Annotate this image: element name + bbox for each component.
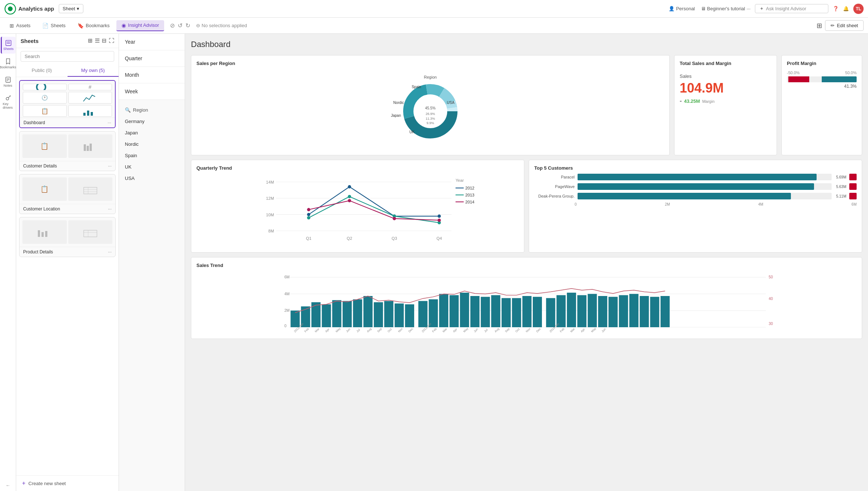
region-option-japan[interactable]: Japan	[119, 127, 185, 138]
svg-text:Nov: Nov	[525, 327, 531, 333]
main-content: Dashboard Sales per Region Region	[185, 34, 868, 491]
svg-text:Q2: Q2	[347, 236, 352, 241]
svg-rect-109	[502, 298, 511, 327]
region-option-nordic[interactable]: Nordic	[119, 138, 185, 150]
svg-rect-18	[84, 144, 86, 151]
table-row: PageWave 5.63M	[534, 183, 857, 190]
list-item[interactable]: Product Details ···	[19, 217, 116, 257]
sort-icon[interactable]: ⊟	[102, 37, 106, 44]
sheets-panel: Sheets ⊞ ☰ ⊟ ⛶ Public (0) My own (5)	[16, 34, 119, 491]
svg-text:Dec: Dec	[536, 327, 542, 333]
sheets-search-input[interactable]	[21, 51, 114, 62]
sheets-header-icons: ⊞ ☰ ⊟ ⛶	[88, 37, 114, 44]
svg-rect-115	[567, 293, 576, 327]
sheet-thumbnail: 📋	[22, 177, 67, 201]
sheet-card-footer: Product Details ···	[19, 247, 115, 257]
list-item[interactable]: 📋 Customer Location ···	[19, 174, 116, 214]
sidebar-item-key-drivers[interactable]: Key drivers	[1, 92, 15, 112]
sheet-thumbnail-4	[68, 92, 112, 104]
svg-rect-25	[38, 230, 40, 237]
svg-rect-124	[661, 296, 670, 327]
selections-status: ⊖ No selections applied	[196, 23, 247, 28]
filter-week[interactable]: Week	[119, 83, 185, 100]
sheet-thumbnail-6	[68, 105, 112, 117]
insight-search[interactable]: ✦ Ask Insight Advisor	[755, 4, 828, 13]
svg-text:Oct: Oct	[387, 328, 393, 333]
svg-rect-19	[87, 146, 89, 151]
list-item[interactable]: 📋 Customer Details ···	[19, 131, 116, 171]
filter-panel: Year Quarter Month Week 🔍 Region Germany…	[119, 34, 185, 491]
region-option-germany[interactable]: Germany	[119, 116, 185, 127]
svg-rect-15	[83, 113, 86, 116]
tab-public[interactable]: Public (0)	[16, 65, 68, 77]
svg-text:2M: 2M	[284, 308, 289, 313]
svg-rect-26	[41, 232, 44, 237]
svg-text:USA: USA	[447, 101, 455, 105]
grid-view-toggle[interactable]: ⊞	[88, 37, 93, 44]
forward-icon[interactable]: ↻	[185, 22, 190, 29]
sheet-more-button[interactable]: ···	[108, 206, 112, 212]
top-navigation: Analytics app Sheet ▾ 👤 Personal 🖥 Begin…	[0, 0, 868, 18]
avatar[interactable]: TL	[853, 4, 864, 14]
left-sidebar: Sheets Bookmarks Notes Key drivers ←	[0, 34, 16, 491]
list-view-toggle[interactable]: ☰	[95, 37, 100, 44]
tutorial-link[interactable]: 🖥 Beginner's tutorial ···	[701, 6, 751, 11]
svg-text:Feb: Feb	[431, 327, 437, 333]
tab-insight-advisor[interactable]: ◉ Insight Advisor	[116, 20, 164, 31]
tab-assets[interactable]: ⊞ Assets	[4, 21, 36, 31]
create-sheet-button[interactable]: + Create new sheet	[16, 475, 119, 491]
edit-sheet-button[interactable]: ✏ Edit sheet	[825, 20, 864, 31]
lasso-icon[interactable]: ⊘	[170, 22, 175, 29]
svg-rect-104	[449, 295, 459, 327]
sheet-more-button[interactable]: ···	[108, 249, 112, 254]
svg-rect-116	[577, 295, 586, 327]
svg-rect-101	[418, 301, 427, 327]
region-option-uk[interactable]: UK	[119, 161, 185, 173]
help-icon[interactable]: ❓	[833, 6, 839, 11]
svg-text:8M: 8M	[268, 229, 274, 233]
svg-point-1	[8, 6, 13, 11]
svg-text:Jul: Jul	[484, 328, 489, 333]
sidebar-item-bookmarks[interactable]: Bookmarks	[1, 55, 15, 72]
svg-point-64	[348, 195, 351, 198]
filter-month[interactable]: Month	[119, 67, 185, 83]
sheet-more-button[interactable]: ···	[108, 120, 111, 125]
quarterly-trend-chart: Quarterly Trend 14M 12M 10M 8M	[191, 160, 524, 253]
svg-text:40: 40	[769, 297, 773, 301]
region-option-spain[interactable]: Spain	[119, 150, 185, 161]
qlik-logo[interactable]: Analytics app	[4, 3, 54, 15]
svg-text:Spain: Spain	[412, 85, 421, 89]
svg-rect-21	[84, 187, 97, 194]
svg-rect-111	[522, 296, 532, 327]
sales-per-region-chart: Sales per Region Region	[191, 55, 670, 155]
grid-view-icon[interactable]: ⊞	[817, 22, 822, 30]
collapse-sidebar-button[interactable]: ←	[6, 483, 10, 488]
tab-my-own[interactable]: My own (5)	[68, 65, 119, 77]
back-icon[interactable]: ↺	[178, 22, 182, 29]
sidebar-item-sheets[interactable]: Sheets	[1, 37, 15, 54]
list-item[interactable]: # 🕐 📋	[19, 80, 116, 128]
sales-label: Sales 104.9M - 43.25M Margin	[680, 73, 771, 105]
svg-text:Q1: Q1	[306, 236, 311, 241]
notifications-icon[interactable]: 🔔	[843, 6, 849, 11]
region-filter-header: 🔍 Region	[119, 104, 185, 116]
tab-bookmarks[interactable]: 🔖 Bookmarks	[72, 21, 115, 31]
total-sales-chart: Total Sales and Margin Sales 104.9M - 43…	[674, 55, 777, 155]
expand-icon[interactable]: ⛶	[109, 37, 114, 44]
svg-text:Sep: Sep	[504, 327, 511, 333]
region-option-usa[interactable]: USA	[119, 173, 185, 184]
svg-rect-113	[546, 298, 555, 327]
insight-icon: ◉	[122, 22, 126, 28]
filter-year[interactable]: Year	[119, 34, 185, 50]
sheet-card-footer: Customer Details ···	[19, 161, 115, 171]
filter-quarter[interactable]: Quarter	[119, 50, 185, 67]
sheet-more-button[interactable]: ···	[108, 163, 112, 169]
sidebar-item-notes[interactable]: Notes	[1, 73, 15, 90]
sheets-tabs: Public (0) My own (5)	[16, 65, 119, 77]
svg-rect-89	[290, 311, 300, 327]
tab-sheets[interactable]: 📄 Sheets	[37, 21, 70, 31]
personal-link[interactable]: 👤 Personal	[669, 6, 695, 11]
pencil-icon: ✏	[831, 23, 835, 28]
sheet-dropdown[interactable]: Sheet ▾	[59, 4, 83, 13]
sheet-thumbnail	[68, 134, 113, 158]
